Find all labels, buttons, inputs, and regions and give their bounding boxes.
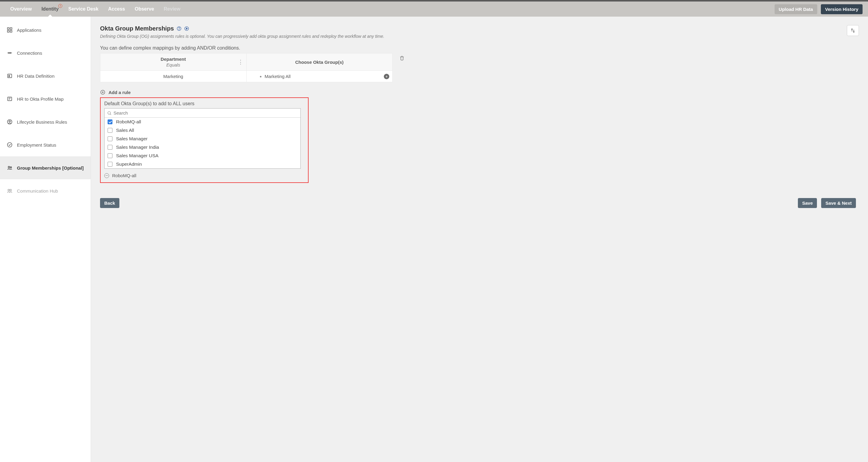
sidebar-item-employment-status[interactable]: Employment Status	[0, 133, 91, 156]
add-group-icon[interactable]: +	[384, 74, 389, 79]
svg-point-15	[10, 189, 11, 191]
svg-point-14	[8, 189, 9, 191]
sort-icon	[850, 28, 856, 33]
sidebar: Applications Connections HR Data Definit…	[0, 17, 91, 462]
users2-icon	[7, 188, 13, 194]
search-icon	[107, 111, 112, 116]
top-nav: Overview Identity ! Service Desk Access …	[0, 1, 868, 17]
column-menu-icon[interactable]: ⋮	[238, 59, 243, 65]
checkbox-icon[interactable]	[107, 162, 113, 166]
checkbox-icon[interactable]	[107, 136, 113, 141]
rule-header-left: Department Equals ⋮	[100, 54, 247, 70]
svg-point-17	[179, 29, 179, 30]
plus-circle-icon	[100, 90, 105, 95]
sidebar-item-label: Group Memberships [Optional]	[17, 165, 84, 171]
rule-cell-groups[interactable]: Marketing All +	[247, 71, 393, 82]
tab-service-desk[interactable]: Service Desk	[63, 1, 103, 17]
link-icon	[7, 50, 13, 56]
sidebar-item-connections[interactable]: Connections	[0, 41, 91, 64]
svg-point-13	[10, 166, 11, 168]
svg-rect-1	[10, 28, 12, 30]
rule-cell-department[interactable]: Marketing	[100, 71, 247, 82]
play-icon[interactable]	[184, 26, 189, 31]
add-rule-button[interactable]: Add a rule	[100, 90, 859, 95]
reorder-button[interactable]	[847, 25, 859, 36]
sidebar-item-applications[interactable]: Applications	[0, 19, 91, 41]
checkbox-icon[interactable]	[107, 119, 113, 124]
page-title: Okta Group Memberships	[100, 25, 174, 32]
sidebar-item-label: HR to Okta Profile Map	[17, 96, 63, 101]
tab-access[interactable]: Access	[103, 1, 130, 17]
version-history-button[interactable]: Version History	[821, 4, 863, 14]
upload-hr-data-button[interactable]: Upload HR Data	[775, 4, 817, 14]
mapping-description: You can define complex mappings by addin…	[100, 45, 859, 51]
checkbox-icon[interactable]	[107, 153, 113, 158]
svg-point-20	[108, 111, 111, 114]
sidebar-item-lifecycle-business-rules[interactable]: Lifecycle Business Rules	[0, 110, 91, 133]
tab-identity[interactable]: Identity !	[37, 1, 63, 17]
save-button[interactable]: Save	[798, 198, 817, 208]
svg-point-11	[7, 143, 12, 147]
main-content: Okta Group Memberships Defining Okta Gro…	[91, 17, 868, 462]
tab-overview[interactable]: Overview	[5, 1, 37, 17]
tab-review[interactable]: Review	[159, 1, 185, 17]
svg-point-4	[8, 52, 9, 53]
rule-table: Department Equals ⋮ Choose Okta Group(s)…	[100, 53, 393, 82]
tab-observe[interactable]: Observe	[130, 1, 159, 17]
page-subtitle: Defining Okta Group (OG) assignments rul…	[100, 34, 384, 39]
option-robomq-all[interactable]: RoboMQ-all	[104, 118, 301, 126]
default-group-panel: Default Okta Group(s) to add to ALL user…	[100, 97, 309, 183]
sidebar-item-hr-to-okta-profile-map[interactable]: HR to Okta Profile Map	[0, 87, 91, 110]
back-button[interactable]: Back	[100, 198, 119, 208]
sidebar-item-hr-data-definition[interactable]: HR Data Definition	[0, 64, 91, 87]
sidebar-item-label: Employment Status	[17, 143, 56, 148]
remove-chip-icon[interactable]	[104, 173, 109, 178]
option-sales-manager[interactable]: Sales Manager	[104, 134, 301, 143]
svg-point-7	[9, 75, 10, 76]
sidebar-item-label: Applications	[17, 28, 41, 33]
checkbox-icon[interactable]	[107, 128, 113, 133]
alert-icon: !	[58, 4, 62, 8]
svg-point-10	[9, 121, 10, 122]
options-list[interactable]: RoboMQ-all Sales All Sales Manager Sales…	[104, 118, 301, 168]
svg-rect-3	[10, 31, 12, 32]
users-icon	[7, 165, 13, 171]
selected-chip[interactable]: RoboMQ-all	[104, 173, 304, 178]
search-input[interactable]	[113, 110, 298, 116]
sidebar-item-label: HR Data Definition	[17, 73, 54, 79]
svg-point-12	[8, 166, 10, 168]
option-sales-manager-usa[interactable]: Sales Manager USA	[104, 152, 301, 160]
check-circle-icon	[7, 142, 13, 148]
chip-label: RoboMQ-all	[112, 173, 136, 178]
trash-icon[interactable]	[399, 55, 405, 61]
sidebar-item-label: Lifecycle Business Rules	[17, 119, 67, 125]
nav-tabs: Overview Identity ! Service Desk Access …	[5, 1, 775, 17]
user-circle-icon	[7, 119, 13, 125]
option-superadmin[interactable]: SuperAdmin	[104, 160, 301, 168]
sidebar-item-label: Connections	[17, 51, 42, 56]
rule-header-right: Choose Okta Group(s)	[247, 54, 393, 70]
save-next-button[interactable]: Save & Next	[821, 198, 856, 208]
id-icon	[7, 73, 13, 79]
default-group-label: Default Okta Group(s) to add to ALL user…	[104, 101, 304, 106]
svg-rect-2	[7, 31, 9, 32]
group-search-select: RoboMQ-all Sales All Sales Manager Sales…	[104, 108, 301, 169]
option-sales-manager-india[interactable]: Sales Manager India	[104, 143, 301, 152]
sidebar-item-communication-hub[interactable]: Communication Hub	[0, 179, 91, 202]
grid-icon	[7, 27, 13, 33]
checkbox-icon[interactable]	[107, 145, 113, 150]
sidebar-item-label: Communication Hub	[17, 188, 58, 193]
svg-rect-0	[7, 28, 9, 30]
help-icon[interactable]	[177, 26, 182, 31]
sidebar-item-group-memberships[interactable]: Group Memberships [Optional]	[0, 156, 91, 179]
svg-point-5	[10, 52, 11, 53]
option-sales-all[interactable]: Sales All	[104, 126, 301, 134]
map-icon	[7, 96, 13, 102]
